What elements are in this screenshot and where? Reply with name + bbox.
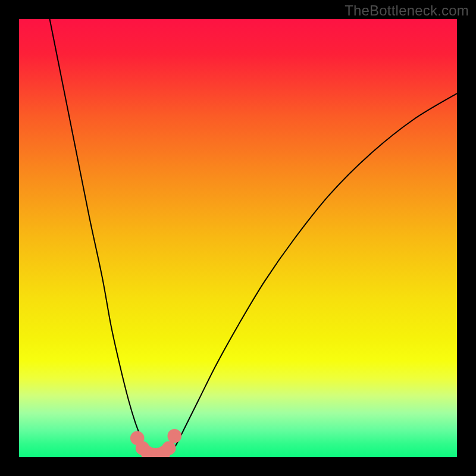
watermark-text: TheBottleneck.com: [345, 2, 469, 19]
chart-frame: TheBottleneck.com: [0, 0, 476, 476]
bottleneck-curve-right: [168, 93, 457, 457]
bottleneck-curve-left: [50, 19, 151, 457]
marker-group: [133, 431, 180, 457]
data-marker: [164, 443, 174, 453]
plot-area: [19, 19, 457, 457]
data-marker: [170, 431, 179, 441]
curve-layer: [19, 19, 457, 457]
